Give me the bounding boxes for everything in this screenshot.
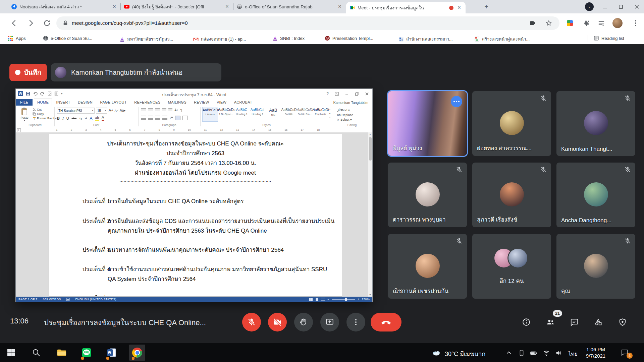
camera-off-button[interactable] <box>268 313 287 331</box>
bookmark-onesqa[interactable]: สำนักงานคณะกรรมกา... <box>398 36 453 43</box>
tab-eoffice[interactable]: e-Office of Suan Sunandha Rajab ✕ <box>233 0 346 13</box>
tab-close-icon[interactable]: ✕ <box>111 4 117 10</box>
address-bar[interactable]: meet.google.com/cuq-xvbf-pvx?pli=1&authu… <box>56 16 559 30</box>
wifi-icon[interactable] <box>543 349 550 357</box>
zoom-out-icon: − <box>327 298 329 301</box>
forward-button[interactable] <box>27 19 35 27</box>
word-account-name: Kamonkan Tangtubtim <box>333 101 368 105</box>
tab-close-icon[interactable]: ✕ <box>224 4 230 10</box>
host-controls-button[interactable] <box>618 318 627 326</box>
word-status-bar: PAGE 1 OF 7 869 WORDS ENGLISH (UNITED ST… <box>16 297 372 302</box>
group-separator <box>200 107 201 126</box>
align-left-icon <box>141 116 146 120</box>
leave-call-button[interactable] <box>371 313 401 331</box>
activities-button[interactable] <box>594 318 603 326</box>
agenda-label-clipped: ประเด็นที่ 5 <box>83 294 110 297</box>
tile-participant[interactable]: สุภาวดี เรืองสังข์ <box>472 163 551 227</box>
tile-self[interactable]: คุณ <box>556 234 635 299</box>
participant-name: สุภาวดี เรืองสังข์ <box>477 215 517 224</box>
tab-meet-active[interactable]: Meet - ประชุมเรื่องการลงข้อมูลใน ✕ <box>346 2 466 13</box>
tab-facebook[interactable]: Nootsara ส่งข้อความถึง 4 สาว * ✕ <box>8 0 121 13</box>
avatar <box>500 111 524 135</box>
record-dot-icon <box>15 70 20 75</box>
weather-cloud-icon[interactable] <box>432 349 441 357</box>
proofing-icon <box>66 298 70 301</box>
tab-search-button[interactable]: ⌄ <box>585 2 594 11</box>
taskbar-chrome-active[interactable] <box>129 345 145 361</box>
tile-overflow-participants[interactable]: อีก 12 คน <box>472 234 551 299</box>
clock-date: 9/7/2021 <box>582 353 610 359</box>
apps-grid-icon <box>8 36 13 41</box>
back-button[interactable] <box>10 19 18 27</box>
tab-close-icon[interactable]: ✕ <box>456 5 462 11</box>
extension-colored-icon[interactable] <box>567 20 573 26</box>
taskbar-line-app[interactable] <box>78 345 95 361</box>
weather-temp[interactable]: 30°C มีเมฆมาก <box>445 349 485 359</box>
tab-strip: Nootsara ส่งข้อความถึง 4 สาว * ✕ (40) ยิ… <box>0 0 644 13</box>
font-name-value: TH SarabunPSI <box>58 109 91 113</box>
media-controls-icon[interactable] <box>598 20 605 27</box>
paste-caret: ▾ <box>18 119 31 122</box>
decrease-indent-icon <box>162 108 166 112</box>
language-indicator[interactable]: ไทย <box>568 350 578 358</box>
tile-participant[interactable]: ดาราวรรณ พวงบุบผา <box>388 163 467 227</box>
editing-group-label: Editing <box>336 123 368 127</box>
tab-close-icon[interactable]: ✕ <box>337 4 343 10</box>
taskbar-file-explorer[interactable] <box>54 345 70 361</box>
tile-participant[interactable]: Ancha Dangthong... <box>556 163 635 227</box>
show-participants-button[interactable] <box>546 318 555 326</box>
bookmark-pagenumber[interactable]: สร้างเลขหน้าคู่และหน้า... <box>474 36 530 43</box>
bookmark-snbi[interactable]: SNBI : Index <box>272 36 305 41</box>
raise-hand-button[interactable] <box>294 313 313 331</box>
notification-dot <box>106 357 109 360</box>
office-icon <box>398 37 404 42</box>
window-maximize-button[interactable] <box>618 4 624 10</box>
new-tab-button[interactable]: + <box>482 3 490 11</box>
reload-button[interactable] <box>43 19 51 27</box>
present-screen-button[interactable] <box>320 313 339 331</box>
phone-link-icon[interactable] <box>518 349 525 357</box>
tile-participant[interactable]: Kamonkan Thangt... <box>556 91 635 156</box>
style-subtitle: AaBbCcDSubtitle <box>281 107 297 122</box>
browser-menu-icon[interactable] <box>632 19 639 27</box>
agenda-text: คุณภาพภายใน ประจำปีการศึกษา 2563 ในระดับ… <box>108 226 267 235</box>
mic-muted-icon <box>540 95 547 102</box>
end-call-icon <box>381 317 391 327</box>
start-button[interactable] <box>3 345 19 361</box>
taskbar-search-button[interactable] <box>28 345 44 361</box>
bookmark-eoffice[interactable]: e-Office of Suan Su... <box>43 36 92 41</box>
camera-in-use-icon[interactable] <box>529 20 536 26</box>
chat-button[interactable] <box>570 318 579 326</box>
bookmark-star-icon[interactable] <box>545 20 552 26</box>
bullets-icon <box>141 108 146 112</box>
bookmark-presentation[interactable]: Presentation Templ... <box>325 36 373 41</box>
bookmark-university[interactable]: มหาวิทยาลัยราชภัฏสว... <box>119 36 173 43</box>
show-desktop-button[interactable] <box>642 343 642 362</box>
profile-avatar[interactable] <box>612 18 623 28</box>
bookmark-apps[interactable]: Apps <box>8 36 26 41</box>
tile-options-button[interactable] <box>451 96 462 107</box>
taskbar-word[interactable] <box>104 345 120 361</box>
avatar <box>508 249 527 267</box>
window-minimize-button[interactable] <box>602 4 608 10</box>
doc-scrollbar: ▲ ▼ <box>368 132 372 297</box>
extensions-puzzle-icon[interactable] <box>582 19 590 27</box>
mic-off-button[interactable] <box>242 313 261 331</box>
window-close-button[interactable] <box>634 4 640 10</box>
tile-participant[interactable]: ณิชกานต์ เพชรปานกัน <box>388 234 467 299</box>
taskbar-clock[interactable]: 1:06 PM 9/7/2021 <box>582 346 610 359</box>
reading-list-button[interactable]: Reading list <box>594 36 624 41</box>
tab-youtube[interactable]: (40) ยิ่งไม่รู้ ยิ่งต้องทำ - Jetset'er [… <box>121 0 233 13</box>
more-options-button[interactable] <box>346 313 365 331</box>
file-explorer-icon <box>57 348 67 357</box>
battery-icon[interactable] <box>530 349 537 357</box>
bookmark-gmail[interactable]: กล่องจดหมาย (1) - ap... <box>193 36 246 43</box>
scroll-up-icon: ▲ <box>368 133 372 135</box>
hidden-icons-chevron[interactable] <box>505 349 513 357</box>
meeting-title[interactable]: ประชุมเรื่องการลงข้อมูลในระบบ CHE QA Onl… <box>44 317 206 328</box>
meeting-details-button[interactable] <box>522 318 531 326</box>
bookmarks-bar: Apps e-Office of Suan Su... มหาวิทยาลัยร… <box>0 33 644 45</box>
tile-speaker[interactable]: พิบูลย์ พูม่วง <box>388 91 467 156</box>
volume-icon[interactable] <box>555 349 562 357</box>
tile-participant[interactable]: ฝอยทอง สาครวรรณ... <box>472 91 551 156</box>
